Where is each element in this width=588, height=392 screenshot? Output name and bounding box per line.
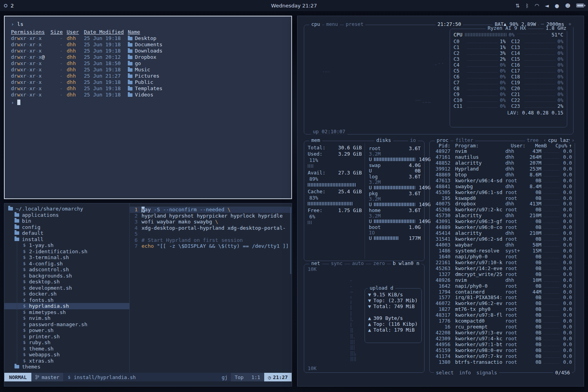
tree-folder-item[interactable]: applications — [4, 212, 129, 218]
tree-file-item[interactable]: $docker.sh — [4, 291, 129, 297]
scrollbar[interactable] — [290, 207, 291, 274]
tree-file-item[interactable]: $adscontrol.sh — [4, 267, 129, 273]
process-row[interactable]: 1380btrfs-transactioroot0B0.0 — [432, 359, 572, 365]
tree-root-item[interactable]: ~/.local/share/omarchy — [4, 206, 129, 212]
process-row[interactable]: 45263kworker/14:2-everoot0B0.0 — [432, 265, 572, 271]
process-row[interactable]: 1827mt76-tx phy0root0B0.0 — [432, 306, 572, 312]
process-row[interactable]: 48317kworker/u97:8-flroot0B0.0 — [432, 312, 572, 318]
process-row[interactable]: 1776kcompactd0root0B0.0 — [432, 318, 572, 324]
process-row[interactable]: 41174kworker/u97:7-kvroot0B0.0 — [432, 353, 572, 359]
process-row[interactable]: 195kswapd0root0B0.0 — [432, 195, 572, 201]
process-row[interactable]: 1577irq/81-PIXA3854:root0B0.0 — [432, 294, 572, 300]
mem-box-title[interactable]: mem — [309, 138, 322, 143]
tree-folder-item[interactable]: themes — [4, 364, 129, 370]
process-row[interactable]: 48841swaybgdhh8.4M0.0 — [432, 183, 572, 189]
disks-title[interactable]: disks — [374, 138, 393, 143]
tree-file-item[interactable]: $hyprlandia.sh — [4, 303, 129, 309]
tree-file-item[interactable]: $4-config.sh — [4, 261, 129, 267]
proc-tree-toggle[interactable]: tree — [525, 138, 541, 143]
process-row[interactable]: 45730alacrittydhh210M0.0 — [432, 212, 572, 218]
workspace-indicator[interactable]: 2 — [11, 3, 14, 9]
process-row[interactable]: 1640napi/phy0-0root0B0.0 — [432, 254, 572, 260]
cpu-box-title[interactable]: cpu — [309, 22, 322, 27]
info-button[interactable]: info — [459, 370, 471, 376]
code-line[interactable]: 7echo "[[ -z \$DISPLAY && \$(tty) == /de… — [130, 243, 292, 249]
process-row[interactable]: 16rcu_preemptroot0B0.0 — [432, 324, 572, 330]
proc-header-pid[interactable]: Pid: — [432, 143, 450, 149]
tree-file-item[interactable]: $password-manager.sh — [4, 321, 129, 328]
process-row[interactable]: 48927nvimdhh43M0.0 — [432, 148, 572, 154]
process-row[interactable]: 31541kworker/u96:2-sdroot0B0.0 — [432, 236, 572, 242]
volume-icon[interactable]: ◄ — [545, 3, 549, 9]
process-row[interactable]: 48926nvimdhh10M0.0 — [432, 277, 572, 283]
proc-header-user[interactable]: User: — [511, 143, 531, 149]
process-row[interactable]: 48852alacrittydhh207M0.0 — [432, 160, 572, 166]
record-icon[interactable]: ● — [555, 3, 559, 9]
process-row[interactable]: 42208kworker/u97:3-evroot0B0.0 — [432, 330, 572, 336]
tree-file-item[interactable]: $xtras.sh — [4, 358, 129, 364]
process-row[interactable]: 47161nautilusdhh264M0.0 — [432, 154, 572, 160]
process-row[interactable]: 1642napi/phy0-0root0B0.0 — [432, 283, 572, 289]
tree-file-item[interactable]: $fonts.sh — [4, 297, 129, 303]
prompt-line-active[interactable]: › — [11, 100, 285, 106]
sort-direction-icon[interactable]: ↑ — [567, 143, 572, 149]
tree-file-item[interactable]: $desktop.sh — [4, 279, 129, 285]
tree-file-item[interactable]: $printer.sh — [4, 334, 129, 340]
bluetooth-icon[interactable]: ᛒ — [526, 3, 529, 9]
tree-folder-item[interactable]: bin — [4, 218, 129, 224]
process-row[interactable]: 44889kworker/u96:0-coroot0B0.0 — [432, 224, 572, 230]
updates-icon[interactable]: ⇅ — [515, 3, 520, 9]
proc-header-program[interactable]: Program: — [455, 143, 511, 149]
proc-filter-button[interactable]: filter — [454, 138, 475, 143]
tree-file-item[interactable]: $mimetypes.sh — [4, 309, 129, 316]
process-row[interactable]: 44956kworker/u97:1-btroot0B0.0 — [432, 341, 572, 347]
proc-header-cpu[interactable]: Cpu% — [547, 143, 567, 149]
tree-file-item[interactable]: $theme.sh — [4, 346, 129, 352]
signals-button[interactable]: signals — [476, 370, 497, 376]
code-line[interactable]: 1yay -S --noconfirm --needed \ — [130, 207, 292, 213]
tree-folder-item[interactable]: install — [4, 236, 129, 243]
process-row[interactable]: 40075dropboxdhh413M0.0 — [432, 201, 572, 207]
disks-io-toggle[interactable]: io — [408, 138, 418, 143]
tree-folder-item[interactable]: default — [4, 230, 129, 236]
process-row[interactable]: 45414alacrittydhh210M0.0 — [432, 230, 572, 236]
process-row[interactable]: 1327dmcrypt_write/25root0B0.0 — [432, 271, 572, 277]
tree-file-item[interactable]: $development.sh — [4, 285, 129, 291]
proc-header-mem[interactable]: MemB — [531, 143, 547, 149]
user-icon[interactable]: ☻ — [565, 3, 570, 9]
process-row[interactable]: 1486systemd-resolvesyst+15M0.0 — [432, 248, 572, 254]
net-auto-toggle[interactable]: auto — [350, 261, 366, 266]
process-row[interactable]: 42309kworker/u97:4-kcroot0B0.0 — [432, 336, 572, 341]
code-line[interactable]: 3 wofi waybar mako swaybg \ — [130, 219, 292, 225]
process-row[interactable]: 45266kworker/u97:2-kcroot0B0.0 — [432, 207, 572, 212]
proc-box-title[interactable]: proc — [435, 138, 450, 143]
process-row[interactable]: 48869btopdhh8.6M0.0 — [432, 172, 572, 178]
process-row[interactable]: 1794containerdroot44M0.0 — [432, 289, 572, 295]
net-interface-selector[interactable]: b wlan0 n — [391, 261, 421, 266]
net-sync-toggle[interactable]: sync — [329, 261, 345, 266]
net-stats-title[interactable]: upload d — [368, 286, 395, 291]
tree-file-item[interactable]: $ruby.sh — [4, 339, 129, 346]
code-line[interactable]: 2 hyprland hyprshot hyprpicker hyprlock … — [130, 213, 292, 219]
code-line[interactable]: 6# Start Hyprland on first session — [130, 237, 292, 243]
process-row[interactable]: 45305kworker/u96:1-sdroot0B0.0 — [432, 189, 572, 195]
tree-folder-item[interactable]: config — [4, 224, 129, 230]
process-row[interactable]: 43091kworker/u96:3-gfroot0B0.0 — [432, 218, 572, 224]
select-button[interactable]: select — [436, 370, 454, 376]
process-row[interactable]: 22161kworker/u97:10-kroot0B0.0 — [432, 260, 572, 265]
tree-file-item[interactable]: $power.sh — [4, 327, 129, 334]
process-row[interactable]: 46072kworker/u96:2-evroot0B0.0 — [432, 300, 572, 306]
process-row[interactable]: 39912Hyprlanddhh253M0.0 — [432, 166, 572, 172]
tree-file-item[interactable]: $nvim.sh — [4, 315, 129, 321]
code-line[interactable]: 4 xdg-desktop-portal-hyprland xdg-deskto… — [130, 225, 292, 231]
code-line[interactable]: 5 — [130, 231, 292, 237]
net-zero-toggle[interactable]: zero — [371, 261, 387, 266]
tree-file-item[interactable]: $webapps.sh — [4, 352, 129, 358]
battery-icon[interactable] — [576, 4, 584, 7]
sort-next-arrow[interactable]: › — [570, 138, 577, 143]
tree-file-item[interactable]: $2-identification.sh — [4, 249, 129, 255]
process-row[interactable]: 45159kworker/u98:0-evroot0B0.0 — [432, 347, 572, 353]
net-box-title[interactable]: net — [309, 261, 322, 266]
tree-file-item[interactable]: $1-yay.sh — [4, 242, 129, 249]
process-row[interactable]: 47613kworker/u96:4-sdroot0B0.0 — [432, 178, 572, 183]
